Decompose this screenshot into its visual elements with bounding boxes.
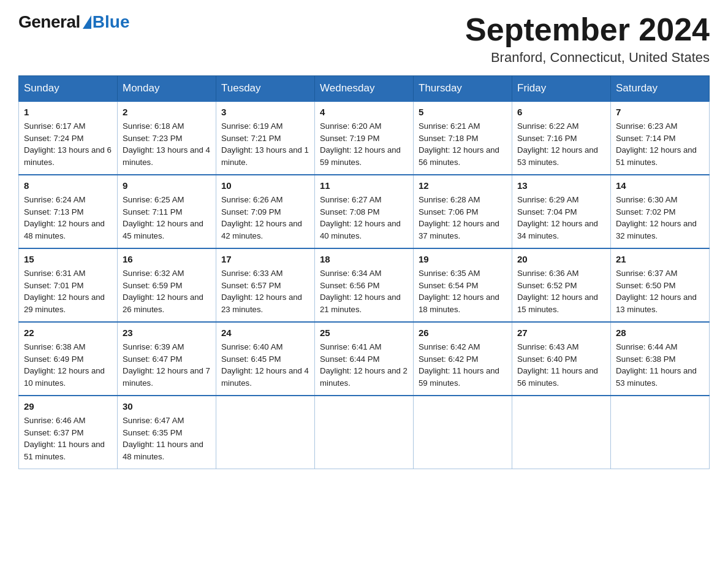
calendar-cell: 2 Sunrise: 6:18 AMSunset: 7:23 PMDayligh… [118,101,216,175]
week-row-3: 15 Sunrise: 6:31 AMSunset: 7:01 PMDaylig… [19,248,710,322]
day-number: 15 [24,253,112,266]
calendar-cell: 27 Sunrise: 6:43 AMSunset: 6:40 PMDaylig… [512,322,611,396]
calendar-cell: 13 Sunrise: 6:29 AMSunset: 7:04 PMDaylig… [512,175,611,248]
day-number: 5 [419,105,507,119]
calendar-cell [611,396,710,469]
day-number: 26 [419,326,507,340]
calendar-cell [216,396,315,469]
calendar-cell: 15 Sunrise: 6:31 AMSunset: 7:01 PMDaylig… [19,248,118,322]
day-number: 3 [221,105,309,119]
calendar-subtitle: Branford, Connecticut, United States [465,50,710,66]
day-info: Sunrise: 6:33 AMSunset: 6:57 PMDaylight:… [221,269,302,314]
day-info: Sunrise: 6:32 AMSunset: 6:59 PMDaylight:… [123,269,203,314]
title-block: September 2024 Branford, Connecticut, Un… [465,12,710,66]
day-info: Sunrise: 6:28 AMSunset: 7:06 PMDaylight:… [419,195,499,240]
calendar-cell: 6 Sunrise: 6:22 AMSunset: 7:16 PMDayligh… [512,101,611,175]
week-row-1: 1 Sunrise: 6:17 AMSunset: 7:24 PMDayligh… [19,101,710,175]
day-info: Sunrise: 6:47 AMSunset: 6:35 PMDaylight:… [123,416,203,461]
day-info: Sunrise: 6:25 AMSunset: 7:11 PMDaylight:… [123,195,203,240]
calendar-cell [512,396,611,469]
week-row-4: 22 Sunrise: 6:38 AMSunset: 6:49 PMDaylig… [19,322,710,396]
day-number: 22 [24,326,112,340]
logo-triangle-icon [83,15,91,29]
day-number: 11 [320,179,408,193]
day-number: 4 [320,105,408,119]
calendar-cell: 11 Sunrise: 6:27 AMSunset: 7:08 PMDaylig… [315,175,414,248]
day-info: Sunrise: 6:24 AMSunset: 7:13 PMDaylight:… [24,195,105,240]
day-info: Sunrise: 6:41 AMSunset: 6:44 PMDaylight:… [320,342,408,388]
calendar-cell: 8 Sunrise: 6:24 AMSunset: 7:13 PMDayligh… [19,175,118,248]
calendar-cell: 29 Sunrise: 6:46 AMSunset: 6:37 PMDaylig… [19,396,118,469]
day-info: Sunrise: 6:44 AMSunset: 6:38 PMDaylight:… [616,342,697,388]
day-number: 12 [419,179,507,193]
day-info: Sunrise: 6:31 AMSunset: 7:01 PMDaylight:… [24,269,105,314]
day-info: Sunrise: 6:21 AMSunset: 7:18 PMDaylight:… [419,121,499,167]
day-info: Sunrise: 6:38 AMSunset: 6:49 PMDaylight:… [24,342,105,388]
day-number: 23 [123,326,211,340]
day-info: Sunrise: 6:18 AMSunset: 7:23 PMDaylight:… [123,121,210,167]
day-number: 1 [24,105,112,119]
weekday-header-row: Sunday Monday Tuesday Wednesday Thursday… [19,76,710,102]
day-info: Sunrise: 6:46 AMSunset: 6:37 PMDaylight:… [24,416,105,461]
day-number: 9 [123,179,211,193]
calendar-cell: 28 Sunrise: 6:44 AMSunset: 6:38 PMDaylig… [611,322,710,396]
day-number: 8 [24,179,112,193]
page-header: General Blue September 2024 Branford, Co… [18,12,710,66]
calendar-table: Sunday Monday Tuesday Wednesday Thursday… [18,75,710,469]
calendar-cell: 20 Sunrise: 6:36 AMSunset: 6:52 PMDaylig… [512,248,611,322]
day-info: Sunrise: 6:20 AMSunset: 7:19 PMDaylight:… [320,121,401,167]
day-info: Sunrise: 6:35 AMSunset: 6:54 PMDaylight:… [419,269,499,314]
day-number: 6 [517,105,605,119]
day-number: 14 [616,179,704,193]
logo-general-text: General [18,12,80,32]
calendar-cell: 4 Sunrise: 6:20 AMSunset: 7:19 PMDayligh… [315,101,414,175]
calendar-cell: 23 Sunrise: 6:39 AMSunset: 6:47 PMDaylig… [118,322,216,396]
day-number: 20 [517,253,605,266]
day-number: 10 [221,179,309,193]
calendar-cell: 26 Sunrise: 6:42 AMSunset: 6:42 PMDaylig… [414,322,512,396]
calendar-cell: 5 Sunrise: 6:21 AMSunset: 7:18 PMDayligh… [414,101,512,175]
header-wednesday: Wednesday [315,76,414,102]
day-info: Sunrise: 6:39 AMSunset: 6:47 PMDaylight:… [123,342,210,388]
calendar-cell: 25 Sunrise: 6:41 AMSunset: 6:44 PMDaylig… [315,322,414,396]
calendar-cell: 18 Sunrise: 6:34 AMSunset: 6:56 PMDaylig… [315,248,414,322]
logo: General Blue [18,12,129,32]
day-info: Sunrise: 6:43 AMSunset: 6:40 PMDaylight:… [517,342,598,388]
day-info: Sunrise: 6:40 AMSunset: 6:45 PMDaylight:… [221,342,309,388]
calendar-cell: 17 Sunrise: 6:33 AMSunset: 6:57 PMDaylig… [216,248,315,322]
day-number: 2 [123,105,211,119]
header-friday: Friday [512,76,611,102]
day-number: 7 [616,105,704,119]
calendar-cell: 30 Sunrise: 6:47 AMSunset: 6:35 PMDaylig… [118,396,216,469]
header-thursday: Thursday [414,76,512,102]
day-info: Sunrise: 6:27 AMSunset: 7:08 PMDaylight:… [320,195,401,240]
calendar-cell: 14 Sunrise: 6:30 AMSunset: 7:02 PMDaylig… [611,175,710,248]
day-info: Sunrise: 6:30 AMSunset: 7:02 PMDaylight:… [616,195,697,240]
day-info: Sunrise: 6:23 AMSunset: 7:14 PMDaylight:… [616,121,697,167]
day-info: Sunrise: 6:17 AMSunset: 7:24 PMDaylight:… [24,121,112,167]
day-number: 24 [221,326,309,340]
calendar-cell [315,396,414,469]
calendar-cell: 12 Sunrise: 6:28 AMSunset: 7:06 PMDaylig… [414,175,512,248]
day-info: Sunrise: 6:42 AMSunset: 6:42 PMDaylight:… [419,342,499,388]
day-info: Sunrise: 6:34 AMSunset: 6:56 PMDaylight:… [320,269,401,314]
calendar-cell: 19 Sunrise: 6:35 AMSunset: 6:54 PMDaylig… [414,248,512,322]
day-number: 28 [616,326,704,340]
week-row-5: 29 Sunrise: 6:46 AMSunset: 6:37 PMDaylig… [19,396,710,469]
day-number: 25 [320,326,408,340]
header-saturday: Saturday [611,76,710,102]
day-number: 17 [221,253,309,266]
calendar-cell: 3 Sunrise: 6:19 AMSunset: 7:21 PMDayligh… [216,101,315,175]
day-info: Sunrise: 6:36 AMSunset: 6:52 PMDaylight:… [517,269,598,314]
logo-blue-text: Blue [93,12,130,32]
calendar-cell: 1 Sunrise: 6:17 AMSunset: 7:24 PMDayligh… [19,101,118,175]
header-tuesday: Tuesday [216,76,315,102]
day-info: Sunrise: 6:19 AMSunset: 7:21 PMDaylight:… [221,121,309,167]
day-number: 21 [616,253,704,266]
day-number: 29 [24,400,112,413]
day-info: Sunrise: 6:37 AMSunset: 6:50 PMDaylight:… [616,269,697,314]
calendar-cell: 22 Sunrise: 6:38 AMSunset: 6:49 PMDaylig… [19,322,118,396]
day-number: 27 [517,326,605,340]
calendar-cell: 7 Sunrise: 6:23 AMSunset: 7:14 PMDayligh… [611,101,710,175]
week-row-2: 8 Sunrise: 6:24 AMSunset: 7:13 PMDayligh… [19,175,710,248]
